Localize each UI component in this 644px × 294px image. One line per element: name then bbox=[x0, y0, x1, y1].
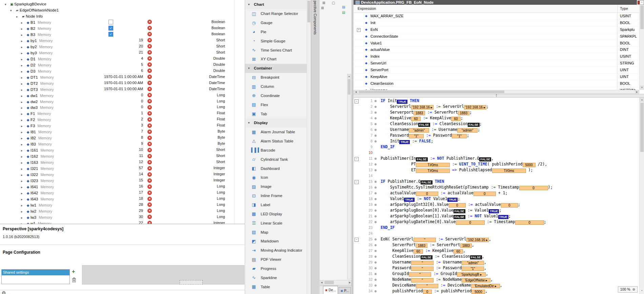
add-page-button[interactable]: + bbox=[72, 269, 75, 275]
breakpoint-dot[interactable] bbox=[375, 158, 377, 160]
monitor-value[interactable]: "1" bbox=[452, 134, 467, 138]
palette-section-display[interactable]: ▾Display bbox=[245, 118, 307, 128]
breakpoint-dot[interactable] bbox=[375, 100, 377, 102]
tree-node-device[interactable]: ▾▣SparkplugBDevice bbox=[0, 1, 245, 7]
declaration-vscrollbar[interactable]: ▼ bbox=[639, 5, 644, 90]
breakpoint-dot[interactable] bbox=[375, 112, 377, 114]
scroll-up-icon[interactable]: ▲ bbox=[640, 98, 644, 102]
monitor-value[interactable]: 'EmulatedDe ▸ bbox=[471, 284, 500, 288]
monitor-value[interactable]: "1" bbox=[462, 267, 484, 271]
decl-row-MAX_ARRAY_SIZE[interactable]: ◆MAX_ARRAY_SIZEUSINT bbox=[354, 13, 639, 20]
decl-row-Value1[interactable]: ◆Value1BOOL bbox=[354, 40, 639, 47]
breakpoint-dot[interactable] bbox=[375, 250, 377, 252]
palette-item-linear-scale[interactable]: ☰Linear Scale bbox=[245, 218, 307, 228]
monitor-value[interactable]: 0 bbox=[474, 192, 496, 196]
breakpoint-dot[interactable] bbox=[375, 204, 377, 206]
decl-row-actualValue[interactable]: ◆actualValueDINT bbox=[354, 46, 639, 53]
breakpoint-dot[interactable] bbox=[375, 198, 377, 200]
decl-row-KeepAlive[interactable]: ◆KeepAliveUINT bbox=[354, 74, 639, 80]
palette-item-pdf-viewer[interactable]: ▤PDF Viewer bbox=[245, 255, 307, 264]
palette-item-flex[interactable]: ▤Flex bbox=[245, 100, 307, 109]
value-checkbox[interactable]: ✓ bbox=[108, 32, 113, 37]
palette-item-simple-gauge[interactable]: ◔Simple Gauge bbox=[245, 36, 307, 45]
decl-row-CleanSession[interactable]: ◆CleanSessionBOOL bbox=[354, 80, 639, 87]
monitor-bool[interactable]: TRUE bbox=[399, 140, 410, 144]
monitor-value[interactable]: '192.168.16 ▸ bbox=[464, 105, 486, 110]
breakpoint-dot[interactable] bbox=[375, 261, 377, 263]
monitor-value[interactable]: 0 bbox=[449, 203, 466, 208]
breakpoint-dot[interactable] bbox=[375, 117, 377, 119]
tree-grid-icon[interactable]: ⊞ bbox=[322, 1, 325, 5]
monitor-bool[interactable]: FALSE bbox=[479, 157, 491, 161]
monitor-bool[interactable]: TRUE bbox=[404, 198, 415, 202]
editor-splitter[interactable]: ▴ ▾ bbox=[354, 94, 644, 98]
scrollbar-thumb[interactable] bbox=[307, 1, 310, 22]
tree-row-I161[interactable]: ▸◆I161Memory10✕Short bbox=[0, 147, 245, 153]
tree-row-lw2[interactable]: ▸◆lw2Memory29✕Long bbox=[0, 208, 245, 214]
palette-item-markdown[interactable]: ◩Markdown bbox=[245, 237, 307, 246]
palette-item-sparkline[interactable]: ∿Sparkline bbox=[245, 273, 307, 282]
list-item-empty[interactable] bbox=[2, 275, 69, 281]
breakpoint-dot[interactable] bbox=[375, 285, 377, 287]
monitor-value[interactable]: 0 bbox=[423, 290, 432, 294]
monitor-value[interactable]: 1883 bbox=[414, 111, 425, 115]
scroll-left-icon[interactable]: ◀ bbox=[354, 90, 358, 94]
monitor-bool[interactable]: FALSE bbox=[454, 209, 465, 213]
monitor-value[interactable]: '192.168.16 ▸ bbox=[411, 105, 434, 110]
tree-row-I163[interactable]: ▸◆I163Memory12✕Short bbox=[0, 159, 245, 165]
monitor-value[interactable]: '' bbox=[411, 261, 434, 265]
breakpoint-dot[interactable] bbox=[375, 140, 377, 142]
tree-row-dw3[interactable]: ▸◆dw3Memory0✕Long bbox=[0, 104, 245, 110]
breakpoint-dot[interactable] bbox=[375, 106, 377, 108]
monitor-value[interactable]: 60 bbox=[411, 117, 421, 121]
palette-section-container[interactable]: ▾Container bbox=[245, 64, 307, 73]
tree-row-D3[interactable]: ▸◆D3Memory6✕Double bbox=[0, 68, 245, 74]
palette-item-column[interactable]: ▥Column bbox=[245, 82, 307, 91]
tree-row-F2[interactable]: ▸◆F2Memory2✕Float bbox=[0, 116, 245, 122]
scroll-right-icon[interactable]: ▶ bbox=[635, 90, 639, 94]
tree-row-dw1[interactable]: ▸◆dw1Memory0✕Long bbox=[0, 92, 245, 98]
palette-item-time-series-chart[interactable]: ∿Time Series Chart bbox=[245, 45, 307, 55]
monitor-value[interactable]: 'EdgeOfNetw ▸ bbox=[462, 278, 490, 282]
expander-icon[interactable]: ▸ bbox=[21, 221, 25, 224]
decl-row-Index[interactable]: ◆IndexUSINT bbox=[354, 53, 639, 60]
breakpoint-dot[interactable] bbox=[375, 279, 377, 281]
breakpoint-dot[interactable] bbox=[375, 123, 377, 125]
tree-row-by3[interactable]: ▸◆by3Memory21✕Short bbox=[0, 50, 245, 56]
palette-item-icon[interactable]: ◉Icon bbox=[245, 173, 307, 182]
scroll-up-icon[interactable]: ▲ bbox=[347, 74, 351, 78]
monitor-value[interactable]: 0 bbox=[416, 192, 438, 196]
monitor-value[interactable]: 0 bbox=[519, 186, 548, 190]
monitor-value[interactable]: 5000 bbox=[471, 290, 485, 294]
breakpoint-dot[interactable] bbox=[375, 135, 377, 137]
tree-row-I162[interactable]: ▸◆I162Memory11✕Short bbox=[0, 153, 245, 159]
monitor-value[interactable]: 0 bbox=[456, 220, 485, 225]
monitor-value[interactable]: 0 bbox=[515, 220, 544, 225]
code-vscrollbar[interactable]: ▲ bbox=[639, 98, 644, 294]
breakpoint-dot[interactable] bbox=[375, 244, 377, 246]
monitor-bool[interactable]: TRUE bbox=[447, 198, 458, 202]
tree-row-F3[interactable]: ▸◆F3Memory3✕Float bbox=[0, 122, 245, 129]
scroll-down-icon[interactable]: ▼ bbox=[640, 85, 644, 90]
monitor-value[interactable]: 60 bbox=[414, 249, 423, 254]
monitor-value[interactable]: '' bbox=[411, 267, 434, 271]
palette-item-alarm-journal-table[interactable]: ▦Alarm Journal Table bbox=[245, 128, 307, 137]
decl-row-ConnectionState[interactable]: ◆ConnectionStateSPARKPL bbox=[354, 33, 639, 40]
palette-item-dashboard[interactable]: ◧Dashboard bbox=[245, 164, 307, 173]
pou-icon[interactable]: ▤ bbox=[342, 5, 345, 9]
monitor-value[interactable]: '' bbox=[409, 272, 431, 277]
expand-icon[interactable]: + bbox=[357, 28, 361, 32]
tree-row-by2[interactable]: ▸◆by2Memory20✕Short bbox=[0, 43, 245, 50]
project-vscrollbar[interactable]: ▲ bbox=[347, 74, 351, 279]
breakpoint-dot[interactable] bbox=[375, 181, 377, 183]
scrollbar-thumb[interactable] bbox=[324, 281, 334, 284]
tree-row-B2[interactable]: ▸◆B2Memory✓✕Boolean bbox=[0, 25, 245, 31]
monitor-bool[interactable]: FALSE bbox=[418, 123, 430, 127]
palette-item-breakpoint[interactable]: ⊟Breakpoint bbox=[245, 73, 307, 82]
tree-row-DT1[interactable]: ▸◆DT1Memory1970-01-01 1:00:00 AM✕DateTim… bbox=[0, 74, 245, 80]
page-config-list[interactable]: Shared settings bbox=[1, 269, 70, 284]
decl-row-EoN[interactable]: +◆EoNSparkplu bbox=[354, 26, 639, 33]
palette-item-coordinate[interactable]: ⊕Coordinate bbox=[245, 91, 307, 100]
monitor-value[interactable]: T#0ms bbox=[492, 169, 526, 173]
monitor-bool[interactable]: FALSE bbox=[416, 157, 428, 161]
